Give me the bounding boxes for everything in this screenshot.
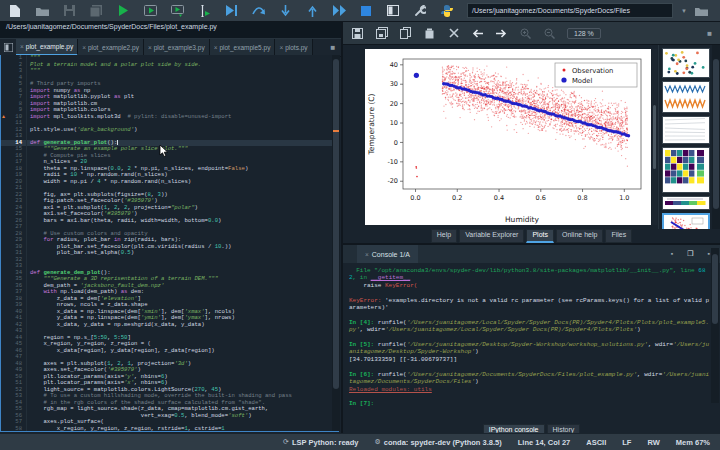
code-editor[interactable]: 1"""2Plot a terrain model and a polar pl…	[0, 55, 339, 432]
ipython-console[interactable]: File "/opt/anaconda3/envs/spyder-dev/lib…	[343, 263, 720, 424]
console-line: In [4]: runfile('/Users/juanitagomez/Loc…	[349, 319, 712, 334]
main-toolbar: /Users/juanitagomez/Documents/SpyderDocs…	[0, 0, 720, 22]
working-directory-input[interactable]: /Users/juanitagomez/Documents/SpyderDocs…	[467, 3, 673, 18]
plot-thumbnail-5[interactable]	[662, 196, 710, 210]
console-scrollbar[interactable]	[711, 248, 719, 403]
console-tab-label: Console 1/A	[372, 251, 410, 258]
svg-text:0.0: 0.0	[410, 194, 420, 202]
inspect-object-icon[interactable]: ❒	[687, 250, 693, 258]
console-line	[349, 393, 712, 400]
tab-plots[interactable]: Plots	[526, 229, 554, 243]
maximize-pane-icon[interactable]	[386, 4, 400, 18]
new-file-icon[interactable]	[8, 4, 22, 18]
zoom-in-icon[interactable]	[519, 27, 532, 40]
console-header-icons: ▪ ❒ ▪	[671, 250, 710, 258]
close-icon[interactable]: ×	[279, 44, 283, 51]
editor-tab-plot_example5.py[interactable]: ×plot_example5.py	[210, 39, 276, 56]
thumbnails-scrollbar[interactable]	[712, 45, 720, 229]
lsp-status: ⟳LSP Python: ready	[283, 438, 358, 447]
status-bar: ⟳LSP Python: ready ⚙conda: spyder-dev (P…	[0, 433, 720, 450]
python-env-icon[interactable]	[440, 4, 454, 18]
svg-text:0.8: 0.8	[577, 194, 587, 202]
bottom-pane-tabs: HelpVariable ExplorerPlotsOnline helpFil…	[343, 229, 720, 243]
warning-marker	[333, 130, 339, 132]
step-over-icon[interactable]	[251, 4, 265, 18]
plot-thumbnail-1[interactable]	[662, 48, 710, 78]
tab-help[interactable]: Help	[431, 229, 457, 243]
svg-text:0.2: 0.2	[452, 194, 462, 202]
tab-online-help[interactable]: Online help	[556, 229, 603, 243]
editor-tab-plot_example2.py[interactable]: ×plot_example2.py	[78, 39, 144, 56]
plots-options-icon[interactable]: ■	[707, 29, 712, 38]
tab-options-icon[interactable]: ■	[325, 39, 341, 56]
debug-file-icon[interactable]	[224, 4, 238, 18]
remove-plot-icon[interactable]	[423, 27, 436, 40]
svg-text:0.6: 0.6	[536, 194, 546, 202]
svg-text:Humidity: Humidity	[505, 215, 540, 224]
console-tab[interactable]: × Console 1/A	[357, 245, 418, 263]
plot-thumbnail-3[interactable]	[662, 116, 710, 144]
continue-icon[interactable]	[332, 4, 346, 18]
editor-tab-plots.py[interactable]: ×plots.py	[275, 39, 312, 56]
conda-icon: ⚙	[374, 438, 380, 446]
interrupt-kernel-icon[interactable]: ▪	[671, 250, 673, 258]
save-all-plots-icon[interactable]	[375, 27, 388, 40]
right-pane: 128 % ■ 0.00.20.40.60.81.0-20-1001020304…	[341, 22, 720, 433]
eol-mode: LF	[622, 438, 631, 447]
matplotlib-figure: 0.00.20.40.60.81.0-20-10010203040Humidit…	[365, 49, 651, 225]
svg-text:10: 10	[390, 119, 398, 127]
close-icon[interactable]: ×	[20, 43, 24, 50]
save-plot-icon[interactable]	[351, 27, 364, 40]
zoom-out-icon[interactable]	[543, 27, 556, 40]
browse-directory-icon[interactable]	[695, 4, 709, 18]
copy-to-clipboard-icon[interactable]	[399, 27, 412, 40]
stop-icon[interactable]	[359, 4, 373, 18]
step-return-icon[interactable]	[305, 4, 319, 18]
console-line: [34.70133359] [[-31.00679737]]	[349, 356, 712, 363]
close-icon[interactable]: ×	[214, 44, 218, 51]
plots-display-area: 0.00.20.40.60.81.0-20-10010203040Humidit…	[343, 45, 720, 229]
plot-thumbnail-2[interactable]	[662, 81, 710, 113]
console-line	[349, 289, 712, 296]
console-line	[349, 334, 712, 341]
preferences-icon[interactable]	[413, 4, 427, 18]
console-line	[349, 311, 712, 318]
close-icon[interactable]: ×	[148, 44, 152, 51]
run-cell-advance-icon[interactable]	[170, 4, 184, 18]
chevron-down-icon[interactable]: ▼	[681, 8, 687, 14]
plot-zoom-level: 128 %	[567, 28, 601, 39]
svg-text:Observation: Observation	[572, 67, 613, 75]
figure-scrollbar[interactable]	[652, 49, 657, 225]
tab-variable-explorer[interactable]: Variable Explorer	[459, 229, 524, 243]
console-options-icon[interactable]: ▪	[708, 250, 710, 258]
close-icon[interactable]: ×	[365, 251, 369, 258]
save-icon[interactable]	[62, 4, 76, 18]
editor-scrollbar[interactable]	[332, 55, 340, 431]
run-cell-icon[interactable]	[143, 4, 157, 18]
open-file-icon[interactable]	[35, 4, 49, 18]
previous-plot-icon[interactable]	[471, 27, 484, 40]
run-icon[interactable]	[116, 4, 130, 18]
editor-line-58: 58 x_region, y_region, z_region, rstride…	[1, 426, 338, 433]
remove-all-plots-icon[interactable]	[447, 27, 460, 40]
plot-thumbnail-4[interactable]	[662, 147, 710, 193]
save-all-icon[interactable]	[89, 4, 103, 18]
spyder-window: /Users/juanitagomez/Documents/SpyderDocs…	[0, 0, 720, 450]
editor-tab-plot_example3.py[interactable]: ×plot_example3.py	[144, 39, 210, 56]
close-icon[interactable]: ×	[82, 44, 86, 51]
svg-text:0: 0	[394, 139, 398, 147]
run-selection-icon[interactable]	[197, 4, 211, 18]
scrollbar-thumb[interactable]	[333, 59, 339, 389]
mouse-cursor	[159, 144, 169, 158]
svg-text:30: 30	[390, 80, 398, 88]
step-into-icon[interactable]	[278, 4, 292, 18]
browse-tabs-icon[interactable]	[0, 39, 16, 56]
next-plot-icon[interactable]	[495, 27, 508, 40]
working-directory-box: /Users/juanitagomez/Documents/SpyderDocs…	[467, 3, 720, 18]
svg-text:40: 40	[390, 61, 398, 69]
console-line	[349, 363, 712, 370]
plot-thumbnail-6[interactable]	[662, 213, 710, 229]
editor-tab-plot_example.py[interactable]: ×plot_example.py	[16, 39, 78, 56]
tab-files[interactable]: Files	[605, 229, 632, 243]
lsp-icon: ⟳	[283, 438, 289, 446]
